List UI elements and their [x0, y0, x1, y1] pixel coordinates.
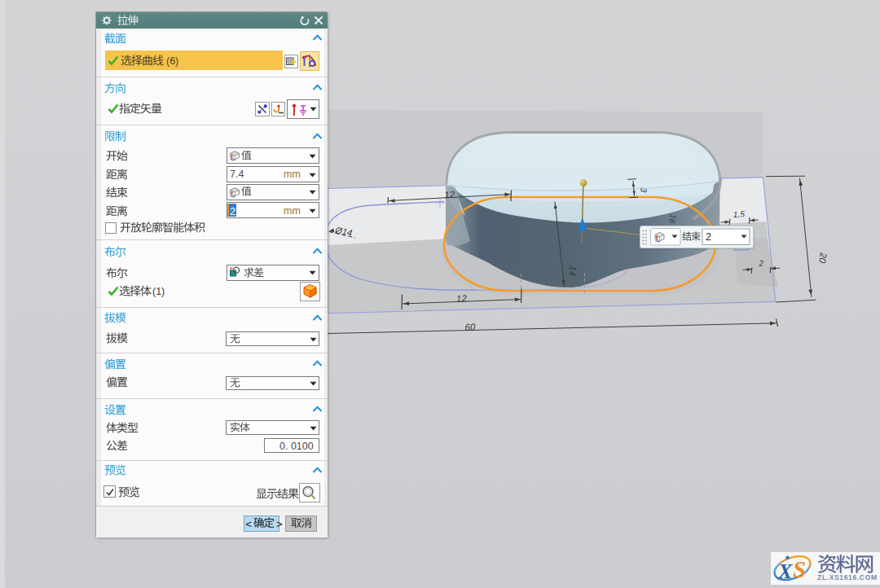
- svg-text:12: 12: [444, 190, 455, 200]
- svg-text:14: 14: [567, 265, 578, 276]
- svg-text:S: S: [793, 556, 806, 582]
- svg-text:2: 2: [758, 258, 764, 267]
- svg-text:60: 60: [464, 322, 476, 331]
- svg-text:X: X: [777, 559, 793, 583]
- svg-text:12: 12: [456, 293, 468, 303]
- svg-text:2: 2: [706, 231, 711, 243]
- svg-text:1,5: 1,5: [733, 209, 745, 219]
- svg-text:20: 20: [817, 251, 829, 264]
